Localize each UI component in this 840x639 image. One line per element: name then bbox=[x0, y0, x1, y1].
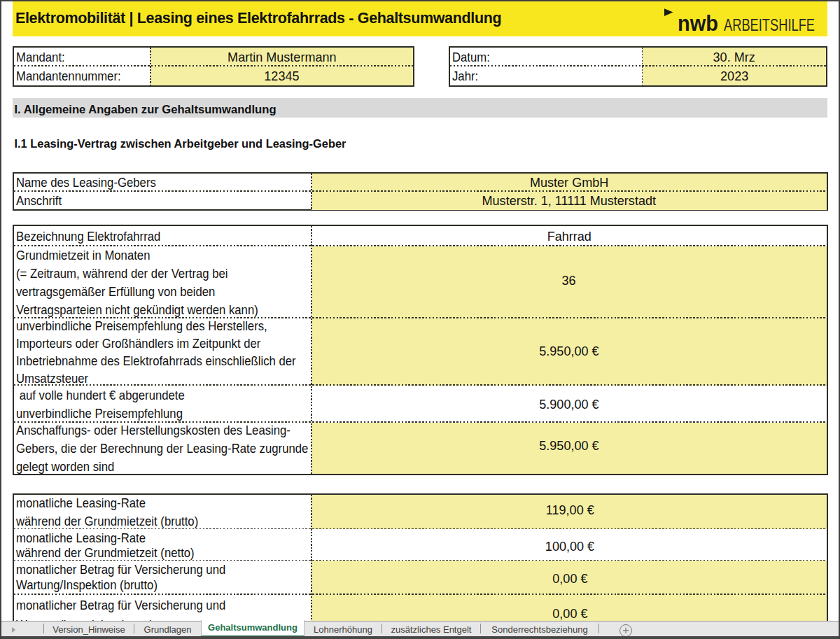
svg-text:ARBEITSHILFE: ARBEITSHILFE bbox=[724, 16, 815, 34]
svg-text:nwb: nwb bbox=[678, 11, 718, 36]
